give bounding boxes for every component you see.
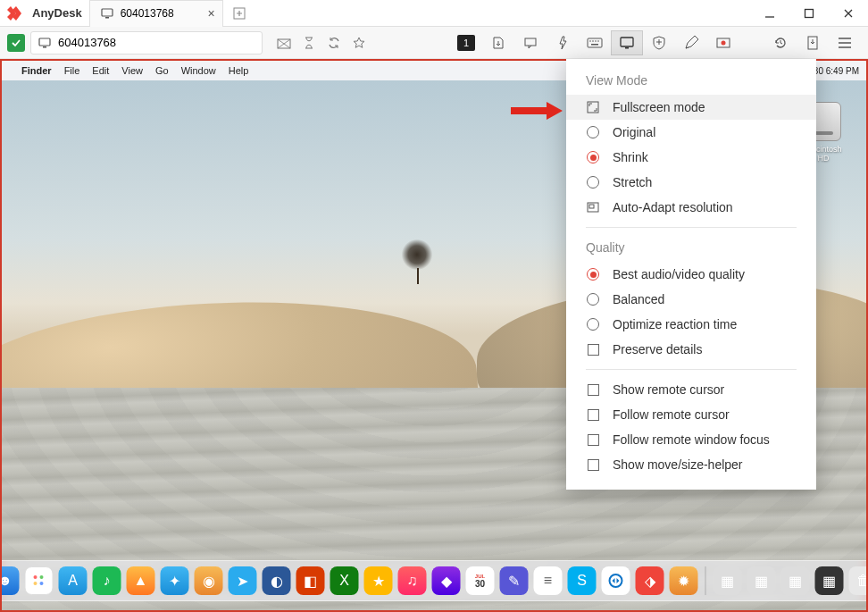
dropdown-separator <box>586 227 797 228</box>
dock-appstore-icon[interactable]: A <box>59 566 88 595</box>
app-name: AnyDesk <box>32 6 82 20</box>
mac-dock[interactable]: ☻ A ♪ ▲ ✦ ◉ ➤ ◐ ◧ X ★ ♫ ◆ JUL30 ✎ ≡ S ⬗ … <box>2 560 866 601</box>
display-settings-button[interactable] <box>611 30 643 55</box>
dock-excel-icon[interactable]: X <box>330 566 359 595</box>
svg-rect-8 <box>588 38 602 47</box>
menu-label: Follow remote cursor <box>613 407 730 422</box>
svg-rect-15 <box>625 47 629 49</box>
menu-label: Original <box>613 125 655 139</box>
new-tab-button[interactable] <box>230 4 248 22</box>
mac-menu-item[interactable]: Help <box>229 65 249 76</box>
record-button[interactable] <box>707 30 739 55</box>
dock-thumb-icon[interactable]: ▦ <box>747 566 776 595</box>
dock-spotify-icon[interactable]: ♪ <box>93 566 121 595</box>
dock-launchpad-icon[interactable] <box>25 566 54 595</box>
menu-show-cursor[interactable]: Show remote cursor <box>566 377 816 402</box>
sync-icon[interactable] <box>321 31 346 54</box>
address-input[interactable] <box>58 36 255 49</box>
dock-app-icon[interactable]: ◐ <box>263 566 291 595</box>
menu-preserve[interactable]: Preserve details <box>566 337 816 362</box>
dock-app-icon[interactable]: ✹ <box>670 566 698 595</box>
svg-rect-0 <box>102 9 113 16</box>
menu-follow-cursor[interactable]: Follow remote cursor <box>566 402 816 427</box>
monitor-select-button[interactable]: 1 <box>450 30 482 55</box>
install-button[interactable] <box>797 30 829 55</box>
history-button[interactable] <box>764 30 797 55</box>
file-transfer-button[interactable] <box>482 30 514 55</box>
session-tab[interactable]: 604013768 × <box>89 0 223 27</box>
connection-status-icon[interactable] <box>7 34 25 52</box>
mac-menu-item[interactable]: Window <box>181 65 216 76</box>
dock-app-icon[interactable]: ★ <box>364 566 393 595</box>
dock-notes-icon[interactable]: ≡ <box>534 566 563 595</box>
dock-finder-icon[interactable]: ☻ <box>2 566 20 595</box>
menu-best-quality[interactable]: Best audio/video quality <box>566 262 816 287</box>
dock-anydesk-icon[interactable]: ⬗ <box>636 566 664 595</box>
mac-menu-item[interactable]: Go <box>155 65 169 76</box>
svg-rect-24 <box>588 102 598 113</box>
radio-icon <box>587 176 599 189</box>
toolbar: 1 <box>0 27 868 59</box>
keyboard-button[interactable] <box>579 30 611 55</box>
dock-office-icon[interactable]: ◧ <box>296 566 325 595</box>
menu-fullscreen[interactable]: Fullscreen mode <box>566 95 816 120</box>
dock-thumb-icon[interactable]: ▦ <box>781 566 810 595</box>
svg-rect-4 <box>39 38 50 46</box>
address-bar[interactable] <box>30 31 263 54</box>
mac-menu-item[interactable]: Finder <box>21 65 52 76</box>
chat-button[interactable] <box>514 30 547 55</box>
screenshot-icon[interactable] <box>271 31 296 54</box>
dock-thumb-icon[interactable]: ▦ <box>815 566 844 595</box>
mac-menu-item[interactable]: Edit <box>92 65 109 76</box>
dock-app-icon[interactable]: ✎ <box>500 566 529 595</box>
mac-menu-item[interactable]: View <box>121 65 143 76</box>
menu-label: Best audio/video quality <box>613 267 745 281</box>
hamburger-menu-button[interactable] <box>829 30 861 55</box>
menu-show-helper[interactable]: Show move/size-helper <box>566 452 816 477</box>
maximize-button[interactable] <box>789 0 829 27</box>
dock-safari-icon[interactable]: ✦ <box>161 566 189 595</box>
dock-thumb-icon[interactable]: ▦ <box>714 566 742 595</box>
menu-balanced[interactable]: Balanced <box>566 287 816 312</box>
dock-calendar-icon[interactable]: JUL30 <box>466 566 495 595</box>
dock-teamviewer-icon[interactable] <box>602 566 630 595</box>
dock-app-icon[interactable]: ◆ <box>432 566 461 595</box>
anydesk-logo-icon <box>5 3 27 24</box>
checkbox-icon <box>588 409 599 421</box>
menu-shrink[interactable]: Shrink <box>566 145 816 170</box>
close-button[interactable] <box>829 0 868 27</box>
dock-telegram-icon[interactable]: ➤ <box>229 566 257 595</box>
actions-button[interactable] <box>547 30 579 55</box>
menu-label: Shrink <box>613 150 648 164</box>
favorite-icon[interactable] <box>346 31 371 54</box>
menu-original[interactable]: Original <box>566 120 816 145</box>
menu-optimize[interactable]: Optimize reaction time <box>566 312 816 337</box>
svg-rect-7 <box>525 38 536 46</box>
svg-point-19 <box>34 575 38 579</box>
menu-label: Preserve details <box>613 342 702 356</box>
svg-point-12 <box>597 40 599 42</box>
svg-point-17 <box>722 40 726 45</box>
hourglass-icon[interactable] <box>296 31 321 54</box>
mac-menu-item[interactable]: File <box>64 65 80 76</box>
permissions-button[interactable] <box>643 30 675 55</box>
dock-trash-icon[interactable]: 🗑 <box>849 566 867 595</box>
annotation-arrow-icon <box>511 100 564 122</box>
menu-stretch[interactable]: Stretch <box>566 170 816 195</box>
whiteboard-button[interactable] <box>675 30 707 55</box>
dock-vlc-icon[interactable]: ▲ <box>127 566 155 595</box>
dock-music-icon[interactable]: ♫ <box>398 566 427 595</box>
menu-follow-focus[interactable]: Follow remote window focus <box>566 427 816 452</box>
dock-chrome-icon[interactable]: ◉ <box>195 566 223 595</box>
tab-close-icon[interactable]: × <box>207 6 214 21</box>
menu-label: Auto-Adapt resolution <box>613 200 733 214</box>
radio-icon <box>587 318 599 331</box>
dock-skype-icon[interactable]: S <box>568 566 597 595</box>
svg-point-23 <box>610 574 622 587</box>
menu-autoadapt[interactable]: Auto-Adapt resolution <box>566 195 816 220</box>
minimize-button[interactable] <box>750 0 789 27</box>
svg-rect-1 <box>105 17 109 19</box>
svg-point-20 <box>40 575 44 579</box>
titlebar: AnyDesk 604013768 × <box>0 0 868 27</box>
radio-selected-icon <box>587 268 599 281</box>
